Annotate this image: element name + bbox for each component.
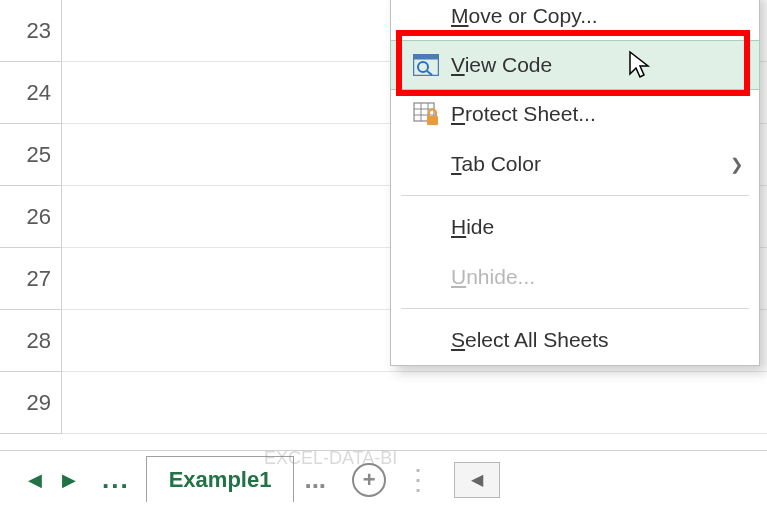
horizontal-scroll-left-icon[interactable]: ◀ — [454, 462, 500, 498]
svg-rect-1 — [414, 55, 439, 60]
row-header[interactable]: 28 — [0, 310, 62, 372]
menu-select-all-sheets[interactable]: Select All Sheets — [391, 315, 759, 365]
sheet-nav-ellipsis[interactable]: ... — [86, 464, 146, 495]
svg-rect-9 — [427, 116, 438, 125]
menu-separator — [401, 308, 749, 309]
vba-code-icon — [401, 54, 451, 76]
row-header[interactable]: 27 — [0, 248, 62, 310]
sheet-tab-active[interactable]: Example1 — [146, 456, 295, 502]
menu-label: Tab Color — [451, 152, 730, 176]
menu-label: Unhide... — [451, 265, 743, 289]
menu-move-or-copy[interactable]: Move or Copy... — [391, 0, 759, 41]
menu-separator — [401, 195, 749, 196]
menu-label: View Code — [451, 53, 743, 77]
menu-protect-sheet[interactable]: Protect Sheet... — [391, 89, 759, 139]
menu-label: Protect Sheet... — [451, 102, 743, 126]
row-header[interactable]: 26 — [0, 186, 62, 248]
menu-view-code[interactable]: View Code — [390, 40, 760, 90]
row-header[interactable]: 29 — [0, 372, 62, 434]
sheet-context-menu: Move or Copy... View Code Protect Sheet.… — [390, 0, 760, 366]
menu-hide[interactable]: Hide — [391, 202, 759, 252]
protect-sheet-icon — [401, 102, 451, 126]
add-sheet-button[interactable]: + — [352, 463, 386, 497]
sheet-tab-ellipsis[interactable]: ... — [294, 464, 340, 495]
menu-label: Move or Copy... — [451, 4, 743, 28]
separator: ⋮ — [386, 463, 454, 496]
menu-label: Select All Sheets — [451, 328, 743, 352]
sheet-nav-next-icon[interactable]: ▶ — [52, 463, 86, 497]
sheet-nav-prev-icon[interactable]: ◀ — [18, 463, 52, 497]
menu-tab-color[interactable]: Tab Color ❯ — [391, 139, 759, 189]
row-headers: 23 24 25 26 27 28 29 — [0, 0, 62, 434]
row-header[interactable]: 25 — [0, 124, 62, 186]
sheet-tab-bar: ◀ ▶ ... Example1 ... + ⋮ ◀ — [0, 450, 767, 508]
menu-label: Hide — [451, 215, 743, 239]
row-header[interactable]: 23 — [0, 0, 62, 62]
svg-line-3 — [427, 71, 432, 75]
svg-point-2 — [418, 62, 428, 72]
row-header[interactable]: 24 — [0, 62, 62, 124]
menu-unhide: Unhide... — [391, 252, 759, 302]
submenu-arrow-icon: ❯ — [730, 155, 743, 174]
